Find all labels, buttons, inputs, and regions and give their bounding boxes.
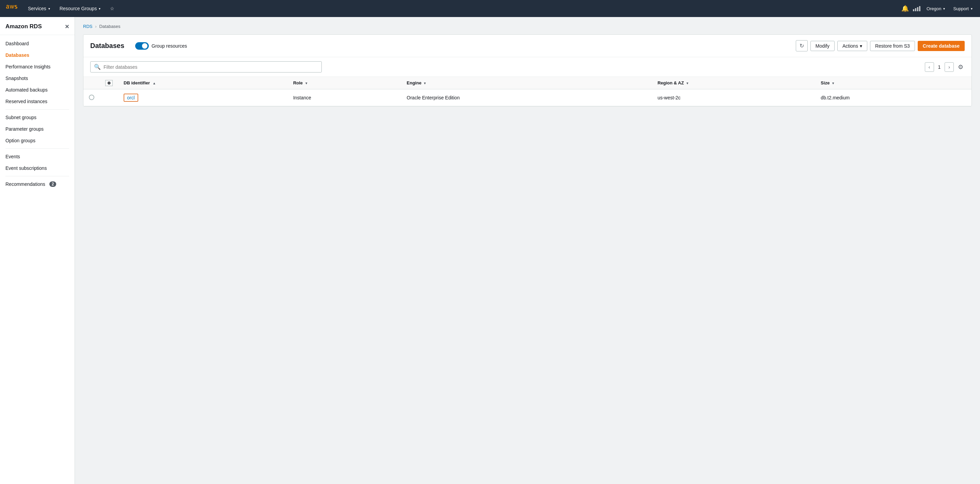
sidebar: Amazon RDS ✕ Dashboard Databases Perform… [0, 17, 75, 484]
resource-groups-chevron-icon: ▾ [99, 7, 100, 11]
sidebar-item-label: Event subscriptions [5, 165, 47, 171]
col-label-role: Role [293, 80, 303, 86]
search-input[interactable] [103, 64, 318, 70]
sidebar-item-label: Dashboard [5, 41, 29, 46]
create-db-label: Create database [923, 43, 959, 49]
sidebar-divider-1 [5, 109, 69, 109]
sidebar-item-option-groups[interactable]: Option groups [0, 135, 75, 146]
row-size-value: db.t2.medium [821, 95, 850, 100]
col-header-engine[interactable]: Engine ▾ [401, 77, 652, 89]
col-header-db-identifier[interactable]: DB identifier ▲ [118, 77, 288, 89]
sidebar-item-automated-backups[interactable]: Automated backups [0, 84, 75, 96]
row-engine-cell: Oracle Enterprise Edition [401, 89, 652, 106]
sidebar-title: Amazon RDS [5, 23, 42, 30]
table-row: orcl Instance Oracle Enterprise Edition … [83, 89, 972, 106]
services-menu[interactable]: Services ▾ [26, 5, 52, 13]
sidebar-item-performance-insights[interactable]: Performance Insights [0, 61, 75, 73]
databases-panel: Databases Group resources ↻ Modify Actio… [83, 34, 972, 106]
panel-title: Databases [90, 42, 124, 50]
sidebar-item-snapshots[interactable]: Snapshots [0, 73, 75, 84]
table-body: orcl Instance Oracle Enterprise Edition … [83, 89, 972, 106]
resource-groups-menu[interactable]: Resource Groups ▾ [57, 5, 103, 13]
sidebar-item-label: Parameter groups [5, 126, 44, 132]
table-settings-button[interactable]: ⚙ [956, 62, 965, 72]
create-database-button[interactable]: Create database [918, 41, 965, 51]
row-region-az-value: us-west-2c [657, 95, 681, 100]
actions-button[interactable]: Actions ▾ [837, 41, 867, 51]
table-header-row: ⊕ DB identifier ▲ Role ▾ Engine ▾ [83, 77, 972, 89]
panel-header: Databases Group resources ↻ Modify Actio… [83, 35, 972, 57]
row-size-cell: db.t2.medium [815, 89, 972, 106]
sort-icon-role: ▾ [305, 81, 307, 85]
row-expand-cell [100, 89, 118, 106]
row-select-cell [83, 89, 100, 106]
sort-icon-size: ▾ [832, 81, 834, 85]
breadcrumb: RDS › Databases [83, 24, 972, 29]
main-layout: Amazon RDS ✕ Dashboard Databases Perform… [0, 17, 980, 484]
group-resources-label: Group resources [151, 43, 187, 49]
support-label: Support [953, 6, 969, 11]
sidebar-item-reserved-instances[interactable]: Reserved instances [0, 96, 75, 107]
sidebar-item-event-subscriptions[interactable]: Event subscriptions [0, 162, 75, 174]
sort-icon-db-identifier: ▲ [153, 81, 156, 85]
group-resources-toggle: Group resources [135, 42, 187, 50]
actions-chevron-icon: ▾ [860, 43, 862, 49]
breadcrumb-rds-link[interactable]: RDS [83, 24, 92, 29]
sidebar-item-dashboard[interactable]: Dashboard [0, 38, 75, 49]
sidebar-header: Amazon RDS ✕ [0, 17, 75, 35]
sidebar-item-parameter-groups[interactable]: Parameter groups [0, 123, 75, 135]
pagination-next-button[interactable]: › [945, 62, 954, 72]
col-header-size[interactable]: Size ▾ [815, 77, 972, 89]
restore-from-s3-button[interactable]: Restore from S3 [870, 41, 915, 51]
refresh-button[interactable]: ↻ [796, 40, 808, 51]
signal-bars-icon [913, 6, 920, 11]
sidebar-divider-3 [5, 176, 69, 176]
sort-icon-region-az: ▾ [686, 81, 688, 85]
sidebar-item-label: Automated backups [5, 87, 48, 92]
sidebar-item-label: Option groups [5, 138, 35, 143]
breadcrumb-separator: › [95, 24, 96, 29]
table-header: ⊕ DB identifier ▲ Role ▾ Engine ▾ [83, 77, 972, 89]
region-chevron-icon: ▾ [943, 7, 945, 11]
row-role-value: Instance [293, 95, 311, 100]
sidebar-item-label: Recommendations [5, 181, 45, 187]
resource-groups-label: Resource Groups [60, 6, 97, 11]
modify-label: Modify [816, 43, 829, 49]
top-nav: Services ▾ Resource Groups ▾ ☆ 🔔 Oregon … [0, 0, 980, 17]
row-role-cell: Instance [288, 89, 401, 106]
bell-icon[interactable]: 🔔 [901, 5, 909, 12]
row-radio-button[interactable] [89, 95, 94, 100]
aws-logo[interactable] [5, 2, 18, 14]
bookmarks-icon[interactable]: ☆ [108, 5, 116, 13]
expand-icon: ⊕ [105, 80, 113, 86]
sidebar-item-recommendations[interactable]: Recommendations 2 [0, 178, 75, 190]
col-label-region-az: Region & AZ [657, 80, 684, 86]
col-header-expand: ⊕ [100, 77, 118, 89]
modify-button[interactable]: Modify [810, 41, 835, 51]
search-bar-row: 🔍 ‹ 1 › ⚙ [83, 57, 972, 77]
breadcrumb-current: Databases [99, 24, 120, 29]
actions-label: Actions [842, 43, 858, 49]
recommendations-badge: 2 [49, 181, 57, 187]
region-selector[interactable]: Oregon ▾ [924, 5, 947, 13]
services-label: Services [28, 6, 46, 11]
databases-table: ⊕ DB identifier ▲ Role ▾ Engine ▾ [83, 77, 972, 106]
group-resources-switch[interactable] [135, 42, 149, 50]
col-header-role[interactable]: Role ▾ [288, 77, 401, 89]
pagination-prev-button[interactable]: ‹ [925, 62, 934, 72]
col-label-db-identifier: DB identifier [124, 80, 150, 86]
sort-icon-engine: ▾ [424, 81, 426, 85]
search-icon: 🔍 [94, 63, 101, 70]
sidebar-close-button[interactable]: ✕ [65, 24, 69, 30]
support-menu[interactable]: Support ▾ [951, 5, 975, 13]
sidebar-item-label: Snapshots [5, 76, 28, 81]
sidebar-item-databases[interactable]: Databases [0, 49, 75, 61]
pagination-number: 1 [937, 64, 942, 70]
col-label-size: Size [821, 80, 829, 86]
sidebar-item-subnet-groups[interactable]: Subnet groups [0, 112, 75, 123]
col-header-region-az[interactable]: Region & AZ ▾ [652, 77, 815, 89]
sidebar-item-label: Subnet groups [5, 115, 37, 120]
sidebar-item-events[interactable]: Events [0, 151, 75, 162]
col-header-select [83, 77, 100, 89]
db-identifier-link[interactable]: orcl [124, 94, 138, 102]
